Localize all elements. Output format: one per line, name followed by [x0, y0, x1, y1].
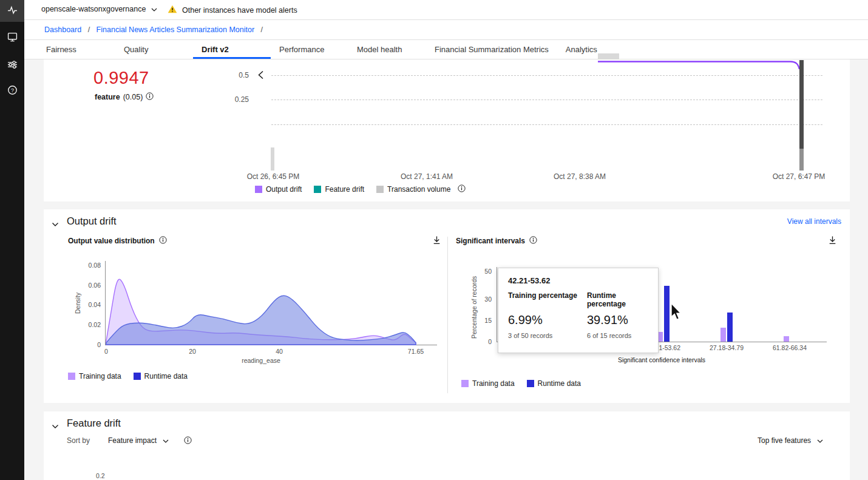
tab-drift-v2[interactable]: Drift v2 [193, 40, 271, 59]
output-drift-swatch [255, 186, 262, 193]
chevron-down-icon [817, 436, 823, 445]
intervals-bars [44, 272, 850, 342]
nav-help-tile[interactable]: ? [0, 79, 24, 103]
tooltip-training-value: 6.99% [508, 313, 587, 327]
runtime-bar[interactable] [664, 286, 670, 342]
tab-performance[interactable]: Performance [271, 40, 348, 59]
top-bar: openscale-watsonxgovernance Other instan… [24, 0, 868, 20]
training-data-swatch [68, 373, 75, 380]
transaction-volume-bar[interactable] [271, 147, 274, 171]
legend-runtime-data: Runtime data [527, 379, 581, 388]
tab-model-health[interactable]: Model health [348, 40, 426, 59]
top-features-dropdown[interactable]: Top five features [758, 436, 823, 445]
metric-threshold: (0.05) [123, 93, 143, 101]
help-icon: ? [7, 85, 18, 98]
legend-runtime-data: Runtime data [134, 372, 188, 380]
section-title: Feature drift [67, 417, 121, 429]
section-title: Output drift [67, 215, 117, 227]
distribution-xlabel: reading_ease [242, 357, 280, 364]
left-nav-rail: ? [0, 0, 24, 480]
training-bar[interactable] [721, 328, 726, 342]
int-xtick: 61.82-66.34 [773, 344, 807, 351]
chart-overlay-fragment [598, 53, 619, 59]
dist-xtick: 40 [276, 348, 283, 355]
legend-training-data: Training data [68, 372, 121, 380]
tab-analytics[interactable]: Analytics [557, 40, 635, 59]
monitor-tabs: Fairness Quality Drift v2 Performance Mo… [24, 40, 868, 59]
tab-quality[interactable]: Quality [115, 40, 193, 59]
legend-training-data: Training data [461, 379, 515, 388]
feature-drift-card: Feature drift Sort by Feature impact Top… [44, 411, 850, 480]
instance-selector[interactable]: openscale-watsonxgovernance [41, 5, 157, 13]
info-icon[interactable] [184, 436, 192, 447]
training-data-swatch [461, 380, 469, 387]
tooltip-training-detail: 3 of 50 records [508, 332, 587, 339]
nav-activity-tile[interactable] [0, 0, 24, 22]
metric-name: feature [95, 93, 120, 101]
tooltip-runtime-label: Runtime percentage [587, 291, 648, 308]
legend-transaction-volume: Transaction volume [376, 185, 450, 194]
feature-chart-ytick: 0.2 [96, 472, 105, 479]
model-alerts-banner: Other instances have model alerts [168, 5, 297, 15]
mouse-cursor [671, 303, 684, 322]
distribution-legend: Training data Runtime data [68, 372, 188, 380]
distribution-title-row: Output value distribution [68, 236, 167, 246]
timeline-xtick: Oct 26, 6:45 PM [247, 172, 300, 181]
breadcrumb-dashboard[interactable]: Dashboard [44, 25, 81, 34]
tooltip-range: 42.21-53.62 [508, 276, 648, 285]
runtime-data-swatch [134, 373, 141, 380]
dist-xtick: 0 [104, 348, 108, 355]
info-icon[interactable] [458, 184, 466, 194]
drift-timeline-card: 0.9947 feature (0.05) 0.5 0.25 [44, 59, 850, 201]
breadcrumb-monitor[interactable]: Financial News Articles Summarization Mo… [97, 25, 255, 34]
chevron-down-icon [151, 5, 157, 13]
intervals-title-row: Significant intervals [456, 236, 537, 246]
training-bar[interactable] [784, 336, 789, 342]
runtime-bar[interactable] [727, 313, 733, 342]
nav-dashboard-tile[interactable] [0, 25, 24, 50]
legend-feature-drift: Feature drift [314, 185, 364, 194]
output-drift-line [590, 59, 809, 73]
download-icon[interactable] [432, 235, 441, 247]
int-xtick: 27.18-34.79 [710, 344, 744, 351]
tab-financial-summarization-metrics[interactable]: Financial Summarization Metrics [426, 40, 557, 59]
output-drift-card: Output drift View all intervals Output v… [44, 209, 850, 403]
legend-output-drift: Output drift [255, 185, 302, 194]
timeline-xtick: Oct 27, 6:47 PM [773, 172, 826, 181]
sort-by-dropdown[interactable]: Feature impact [108, 436, 169, 445]
timeline-ytick: 0.5 [219, 71, 249, 79]
instance-name: openscale-watsonxgovernance [41, 5, 146, 13]
drift-metric-value: 0.9947 [93, 68, 149, 88]
breadcrumb-row: Dashboard / Financial News Articles Summ… [24, 20, 868, 40]
info-icon[interactable] [529, 236, 537, 246]
breadcrumb-separator: / [88, 25, 90, 34]
selected-interval-bar-base[interactable] [799, 149, 804, 171]
breadcrumb: Dashboard / Financial News Articles Summ… [44, 25, 267, 34]
warning-icon [168, 5, 177, 15]
svg-text:?: ? [10, 87, 13, 93]
settings-sliders-icon [7, 59, 18, 72]
runtime-data-swatch [527, 380, 534, 387]
tab-fairness[interactable]: Fairness [38, 40, 115, 59]
tooltip-runtime-value: 39.91% [587, 313, 648, 327]
breadcrumb-separator: / [261, 25, 263, 34]
info-icon[interactable] [146, 92, 154, 102]
intervals-legend: Training data Runtime data [461, 379, 581, 388]
chevron-left-icon[interactable] [257, 70, 264, 82]
view-all-intervals-link[interactable]: View all intervals [787, 217, 841, 226]
dashboard-icon [7, 32, 18, 44]
dist-xtick: 71.65 [408, 348, 424, 355]
nav-settings-tile[interactable] [0, 53, 24, 78]
timeline-ytick: 0.25 [219, 95, 249, 104]
selected-interval-bar[interactable] [799, 60, 804, 149]
timeline-gridline [271, 75, 822, 76]
alert-message: Other instances have model alerts [182, 6, 297, 15]
info-icon[interactable] [159, 236, 167, 246]
collapse-caret-icon[interactable] [52, 218, 59, 229]
timeline-xtick: Oct 27, 1:41 AM [401, 172, 453, 181]
activity-icon [7, 5, 18, 18]
timeline-legend: Output drift Feature drift Transaction v… [255, 184, 466, 194]
collapse-caret-icon[interactable] [52, 421, 59, 431]
transaction-volume-swatch [376, 186, 384, 193]
download-icon[interactable] [828, 235, 837, 247]
